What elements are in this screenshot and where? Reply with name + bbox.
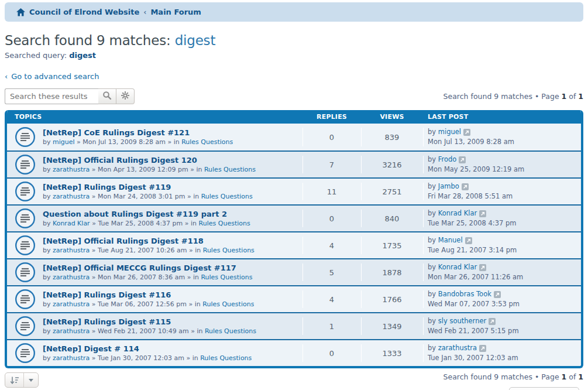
table-row: Question about Rulings Digest #119 part … xyxy=(7,204,581,231)
posted-date: Mon Apr 13, 2009 12:09 pm xyxy=(98,166,188,173)
breadcrumb-separator: ‹ xyxy=(143,8,146,16)
topic-title-link[interactable]: [NetRep] CoE Rulings Digest #121 xyxy=(43,128,233,138)
breadcrumb-site-link[interactable]: Council of Elrond Website xyxy=(29,8,139,16)
author-link[interactable]: zarathustra xyxy=(53,354,90,362)
last-poster-link[interactable]: Frodo xyxy=(438,155,457,163)
last-poster-link[interactable]: miguel xyxy=(438,128,461,136)
searched-query-label: Searched query: xyxy=(5,51,67,60)
topic-title-link[interactable]: [NetRep] Official Rulings Digest 120 xyxy=(43,156,256,166)
sort-descending-icon[interactable] xyxy=(5,373,23,387)
author-link[interactable]: zarathustra xyxy=(53,273,90,281)
views-count: 1735 xyxy=(361,232,423,258)
last-poster-link[interactable]: sly southerner xyxy=(438,317,486,325)
replies-count: 0 xyxy=(302,124,361,150)
goto-last-post-icon[interactable] xyxy=(462,183,469,190)
search-box xyxy=(5,88,135,104)
topic-title-link[interactable]: Question about Rulings Digest #119 part … xyxy=(43,210,250,220)
topic-icon xyxy=(15,316,36,337)
topic-icon xyxy=(15,235,36,256)
replies-count: 0 xyxy=(302,206,361,231)
advanced-search-link[interactable]: ‹Go to advanced search xyxy=(5,72,99,81)
last-poster-link[interactable]: zarathustra xyxy=(438,344,477,352)
header-replies: REPLIES xyxy=(302,113,361,121)
goto-last-post-icon[interactable] xyxy=(489,318,496,325)
last-post-cell: by sly southerner Wed Feb 21, 2007 5:15 … xyxy=(423,313,581,339)
goto-last-post-icon[interactable] xyxy=(459,156,466,163)
breadcrumb-forum-link[interactable]: Main Forum xyxy=(150,8,201,16)
table-row: [NetRep] Official Rulings Digest 120 by … xyxy=(7,150,581,177)
home-icon[interactable] xyxy=(16,8,25,16)
posted-date: Mon Mar 26, 2007 8:36 am xyxy=(98,273,185,281)
table-row: [NetRep] CoE Rulings Digest #121 by migu… xyxy=(7,124,581,150)
author-link[interactable]: zarathustra xyxy=(53,247,90,254)
forum-link[interactable]: Rules Questions xyxy=(203,247,255,254)
topic-cell: [NetRep] Official Rulings Digest 120 by … xyxy=(7,152,302,177)
sort-dropdown-button[interactable] xyxy=(23,373,38,387)
forum-link[interactable]: Rules Questions xyxy=(201,193,253,200)
forum-link[interactable]: Rules Questions xyxy=(202,300,254,308)
last-poster-link[interactable]: Manuel xyxy=(438,236,463,244)
last-poster-link[interactable]: Bandobras Took xyxy=(438,290,491,298)
replies-count: 4 xyxy=(302,286,361,312)
table-row: [NetRep] Digest # 114 by zarathustra » T… xyxy=(7,339,581,366)
topic-title-link[interactable]: [NetRep] Rulings Digest #115 xyxy=(43,317,256,327)
goto-last-post-icon[interactable] xyxy=(463,129,470,136)
views-count: 1766 xyxy=(361,286,423,312)
topic-cell: [NetRep] Digest # 114 by zarathustra » T… xyxy=(7,340,302,366)
goto-last-post-icon[interactable] xyxy=(494,291,501,298)
posted-date: Tue Mar 06, 2007 12:56 pm xyxy=(98,300,187,308)
forum-link[interactable]: Rules Questions xyxy=(204,166,256,173)
author-link[interactable]: zarathustra xyxy=(53,327,90,335)
topic-cell: Question about Rulings Digest #119 part … xyxy=(7,206,302,231)
last-post-date: Fri Mar 28, 2008 5:51 am xyxy=(428,191,581,201)
topic-byline: by zarathustra » Mon Mar 24, 2008 3:01 p… xyxy=(43,193,253,200)
goto-last-post-icon[interactable] xyxy=(465,237,472,244)
page-title: Search found 9 matches: digest xyxy=(5,33,583,48)
goto-last-post-icon[interactable] xyxy=(479,345,486,352)
topic-title-link[interactable]: [NetRep] Official Rulings Digest #118 xyxy=(43,237,255,247)
replies-count: 5 xyxy=(302,259,361,285)
topic-title-link[interactable]: [NetRep] Official MECCG Rulings Digest #… xyxy=(43,264,253,273)
page-title-query: digest xyxy=(175,33,216,48)
topic-byline: by zarathustra » Tue Jan 30, 2007 12:03 … xyxy=(43,354,252,362)
forum-link[interactable]: Rules Questions xyxy=(181,138,233,146)
replies-count: 11 xyxy=(302,179,361,204)
last-poster-link[interactable]: Konrad Klar xyxy=(438,263,477,271)
author-link[interactable]: zarathustra xyxy=(53,193,90,200)
goto-last-post-icon[interactable] xyxy=(479,264,486,271)
jump-to-button-partial[interactable] xyxy=(509,387,579,390)
author-link[interactable]: Konrad Klar xyxy=(53,220,90,227)
last-poster-link[interactable]: Konrad Klar xyxy=(438,209,477,217)
topic-title-link[interactable]: [NetRep] Rulings Digest #116 xyxy=(43,290,254,300)
last-post-cell: by Konrad Klar Mon Mar 26, 2007 11:26 am xyxy=(423,259,581,285)
author-link[interactable]: miguel xyxy=(53,138,75,146)
table-row: [NetRep] Rulings Digest #119 by zarathus… xyxy=(7,177,581,204)
topic-icon xyxy=(15,154,36,175)
topic-title-link[interactable]: [NetRep] Digest # 114 xyxy=(43,344,252,354)
last-post-cell: by Frodo Mon May 25, 2009 12:19 am xyxy=(423,152,581,177)
last-post-date: Wed Feb 21, 2007 5:15 pm xyxy=(428,326,581,336)
last-poster-link[interactable]: Jambo xyxy=(438,182,459,190)
last-post-cell: by Jambo Fri Mar 28, 2008 5:51 am xyxy=(423,179,581,204)
author-link[interactable]: zarathustra xyxy=(53,300,90,308)
forum-link[interactable]: Rules Questions xyxy=(199,220,250,227)
search-submit-button[interactable] xyxy=(98,88,116,104)
posted-date: Tue Aug 21, 2007 10:26 am xyxy=(98,247,187,254)
topic-cell: [NetRep] Rulings Digest #116 by zarathus… xyxy=(7,286,302,312)
table-row: [NetRep] Official MECCG Rulings Digest #… xyxy=(7,258,581,285)
forum-link[interactable]: Rules Questions xyxy=(200,354,252,362)
topic-byline: by zarathustra » Mon Apr 13, 2009 12:09 … xyxy=(43,166,256,173)
posted-date: Wed Feb 21, 2007 10:49 am xyxy=(98,327,189,335)
sort-button[interactable] xyxy=(5,372,39,388)
last-post-cell: by Manuel Tue Aug 21, 2007 3:14 pm xyxy=(423,232,581,258)
topic-title-link[interactable]: [NetRep] Rulings Digest #119 xyxy=(43,183,253,193)
topic-rows: [NetRep] CoE Rulings Digest #121 by migu… xyxy=(7,124,581,366)
forum-link[interactable]: Rules Questions xyxy=(205,327,256,335)
author-link[interactable]: zarathustra xyxy=(53,166,90,173)
goto-last-post-icon[interactable] xyxy=(479,210,486,217)
search-input[interactable] xyxy=(5,88,98,104)
advanced-search-label: Go to advanced search xyxy=(11,72,99,81)
topic-cell: [NetRep] Rulings Digest #119 by zarathus… xyxy=(7,179,302,204)
search-options-button[interactable] xyxy=(116,88,135,104)
forum-link[interactable]: Rules Questions xyxy=(201,273,252,281)
